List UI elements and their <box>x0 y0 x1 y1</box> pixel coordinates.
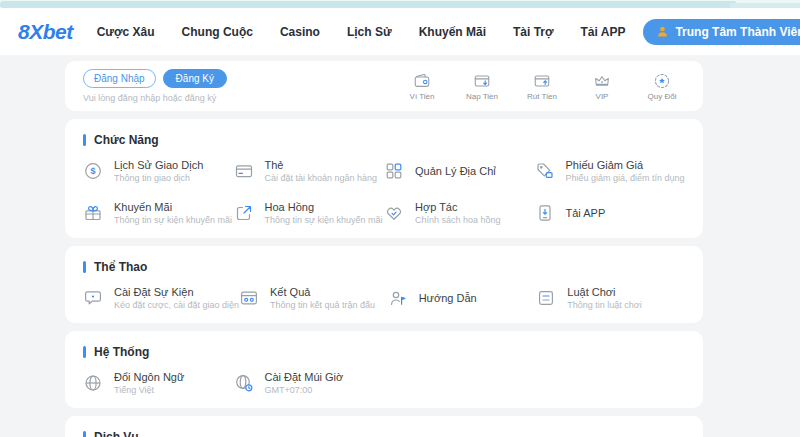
gift-icon <box>83 203 103 223</box>
section-header: Dịch Vụ <box>83 427 685 437</box>
nav-item-lich-su[interactable]: Lịch Sử <box>347 25 392 39</box>
section-chuc-nang: Chức Năng $ Lịch Sử Giao Dịch Thông tin … <box>65 119 703 238</box>
item-address-management[interactable]: Quản Lý Địa Chỉ <box>384 150 535 192</box>
site-logo[interactable]: 8Xbet <box>18 20 73 44</box>
item-game-rules[interactable]: Luật Chơi Thông tin luật chơi <box>536 277 685 319</box>
item-title: Hướng Dẫn <box>419 292 477 304</box>
partner-heart-icon <box>384 203 404 223</box>
item-commission[interactable]: Hoa Hồng Thông tin sự kiện khuyến mãi <box>234 192 385 234</box>
item-subtitle: Tiếng Việt <box>114 385 184 395</box>
item-subtitle: Kéo đặt cược, cài đặt giao diện <box>114 300 239 310</box>
section-title: Chức Năng <box>94 133 159 147</box>
section-dich-vu: Dịch Vụ <box>65 416 703 437</box>
quick-action-vip[interactable]: VIP <box>579 72 625 101</box>
login-hint-text: Vui lòng đăng nhập hoặc đăng ký <box>83 93 227 103</box>
section-title: Dịch Vụ <box>94 430 139 437</box>
wallet-icon <box>399 72 445 90</box>
section-accent-bar <box>83 134 86 146</box>
address-grid-icon <box>384 161 404 181</box>
event-settings-icon <box>83 288 103 308</box>
item-subtitle: Phiếu giảm giá, điểm tín dụng <box>566 173 685 183</box>
account-login-area: Đăng Nhập Đăng Ký Vui lòng đăng nhập hoặ… <box>83 69 227 103</box>
item-title: Hợp Tác <box>415 201 501 213</box>
item-title: Thẻ <box>265 159 378 171</box>
section-accent-bar <box>83 261 86 273</box>
svg-text:$: $ <box>90 166 95 176</box>
quick-action-label: Nạp Tiền <box>459 92 505 101</box>
quick-actions: Ví Tiền Nạp Tiền <box>399 72 685 101</box>
quick-action-wallet[interactable]: Ví Tiền <box>399 72 445 101</box>
main-header: 8Xbet Cược Xâu Chung Cuộc Casino Lịch Sử… <box>0 8 800 55</box>
item-transaction-history[interactable]: $ Lịch Sử Giao Dịch Thông tin giao dịch <box>83 150 234 192</box>
section-accent-bar <box>83 346 86 358</box>
item-guide[interactable]: Hướng Dẫn <box>388 277 537 319</box>
quick-action-deposit[interactable]: Nạp Tiền <box>459 72 505 101</box>
quick-action-label: Quy Đổi <box>639 92 685 101</box>
rules-icon <box>536 288 556 308</box>
nav-item-casino[interactable]: Casino <box>280 25 320 39</box>
coupon-icon <box>535 161 555 181</box>
section-header: Thể Thao <box>83 257 685 277</box>
account-panel: Đăng Nhập Đăng Ký Vui lòng đăng nhập hoặ… <box>65 61 703 111</box>
member-center-label: Trung Tâm Thành Viên <box>675 25 800 39</box>
guide-person-icon <box>388 288 408 308</box>
section-header: Hệ Thống <box>83 342 685 362</box>
item-timezone-settings[interactable]: Cài Đặt Múi Giờ GMT+07:00 <box>234 362 385 404</box>
quick-action-label: VIP <box>579 92 625 101</box>
item-subtitle: GMT+07:00 <box>265 385 344 395</box>
item-bank-card[interactable]: Thẻ Cài đặt tài khoản ngân hàng <box>234 150 385 192</box>
item-results[interactable]: Kết Quả Thông tin kết quả trận đấu <box>239 277 388 319</box>
item-subtitle: Thông tin sự kiện khuyến mãi <box>265 215 383 225</box>
item-partnership[interactable]: Hợp Tác Chính sách hoa hồng <box>384 192 535 234</box>
section-he-thong: Hệ Thống Đổi Ngôn Ngữ Tiếng Việt <box>65 331 703 408</box>
item-subtitle: Thông tin luật chơi <box>567 300 641 310</box>
globe-icon <box>83 373 103 393</box>
deposit-icon <box>459 72 505 90</box>
crown-icon <box>579 72 625 90</box>
nav-item-cuoc-xau[interactable]: Cược Xâu <box>97 25 155 39</box>
item-change-language[interactable]: Đổi Ngôn Ngữ Tiếng Việt <box>83 362 234 404</box>
item-subtitle: Thông tin giao dịch <box>114 173 203 183</box>
section-grid: Đổi Ngôn Ngữ Tiếng Việt Cài Đặt Múi Giờ … <box>83 362 685 404</box>
item-title: Đổi Ngôn Ngữ <box>114 371 184 383</box>
page-content: Đăng Nhập Đăng Ký Vui lòng đăng nhập hoặ… <box>65 61 703 437</box>
item-title: Kết Quả <box>270 286 375 298</box>
item-title: Phiếu Giảm Giá <box>566 159 685 171</box>
section-accent-bar <box>83 431 86 437</box>
quick-action-withdraw[interactable]: Rút Tiền <box>519 72 565 101</box>
nav-item-tai-tro[interactable]: Tài Trợ <box>513 25 554 39</box>
bank-card-icon <box>234 161 254 181</box>
dollar-circle-icon: $ <box>83 161 103 181</box>
item-title: Khuyến Mãi <box>114 201 232 213</box>
nav-item-chung-cuoc[interactable]: Chung Cuộc <box>182 25 253 39</box>
section-grid: Cài Đặt Sự Kiện Kéo đặt cược, cài đặt gi… <box>83 277 685 319</box>
nav-item-tai-app[interactable]: Tải APP <box>581 25 626 39</box>
nav-item-khuyen-mai[interactable]: Khuyến Mãi <box>419 25 486 39</box>
item-subtitle: Thông tin sự kiện khuyến mãi <box>114 215 232 225</box>
scoreboard-icon <box>239 288 259 308</box>
top-strip-rest <box>730 3 800 8</box>
main-nav: Cược Xâu Chung Cuộc Casino Lịch Sử Khuyế… <box>97 25 626 39</box>
item-title: Luật Chơi <box>567 286 641 298</box>
item-title: Lịch Sử Giao Dịch <box>114 159 203 171</box>
panel-register-button[interactable]: Đăng Ký <box>163 69 227 88</box>
item-title: Tải APP <box>566 207 606 219</box>
item-subtitle: Thông tin kết quả trận đấu <box>270 300 375 310</box>
quick-action-label: Rút Tiền <box>519 92 565 101</box>
item-title: Cài Đặt Sự Kiện <box>114 286 239 298</box>
section-title: Thể Thao <box>94 260 147 274</box>
member-center-button[interactable]: Trung Tâm Thành Viên <box>643 19 800 45</box>
top-scrollbar[interactable] <box>0 1 737 8</box>
exchange-icon <box>639 72 685 90</box>
browser-top-strip <box>0 0 800 8</box>
section-title: Hệ Thống <box>94 345 149 359</box>
quick-action-exchange[interactable]: Quy Đổi <box>639 72 685 101</box>
panel-login-button[interactable]: Đăng Nhập <box>83 69 156 88</box>
item-event-settings[interactable]: Cài Đặt Sự Kiện Kéo đặt cược, cài đặt gi… <box>83 277 239 319</box>
item-promotion[interactable]: Khuyến Mãi Thông tin sự kiện khuyến mãi <box>83 192 234 234</box>
quick-action-label: Ví Tiền <box>399 92 445 101</box>
item-coupon[interactable]: Phiếu Giảm Giá Phiếu giảm giá, điểm tín … <box>535 150 686 192</box>
download-app-icon <box>535 203 555 223</box>
section-grid: $ Lịch Sử Giao Dịch Thông tin giao dịch <box>83 150 685 234</box>
item-download-app[interactable]: Tải APP <box>535 192 686 234</box>
